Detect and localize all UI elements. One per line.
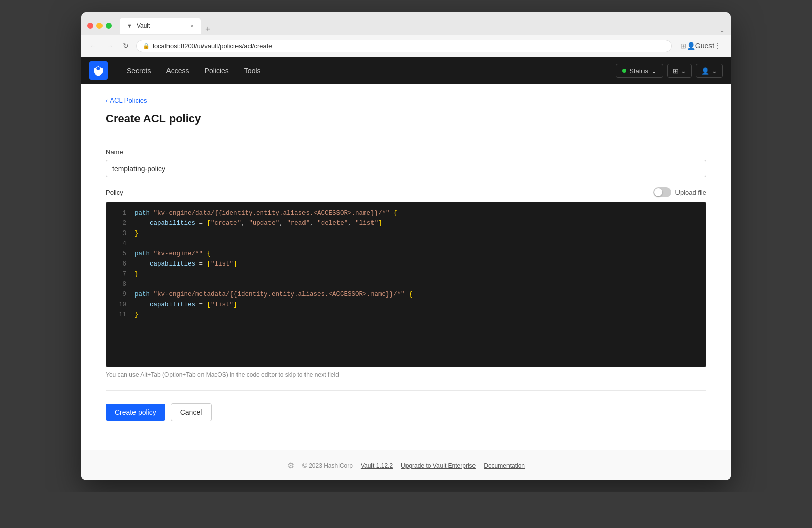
tab-bar: ▼ Vault × + ⌄	[120, 18, 725, 34]
active-tab[interactable]: ▼ Vault ×	[120, 18, 201, 34]
policy-section: Policy Upload file 1 path "kv-engine/dat…	[106, 187, 706, 378]
policy-header: Policy Upload file	[106, 187, 706, 197]
toggle-switch[interactable]	[653, 187, 671, 197]
code-line-4: 4	[106, 239, 706, 249]
reload-button[interactable]: ↻	[120, 40, 132, 52]
nav-secrets[interactable]: Secrets	[120, 63, 158, 78]
line-num-7: 7	[114, 269, 126, 279]
upload-toggle-label: Upload file	[675, 189, 706, 196]
code-line-3: 3 }	[106, 228, 706, 239]
policy-label: Policy	[106, 189, 123, 196]
nav-user-button[interactable]: 👤 ⌄	[696, 64, 723, 78]
line-num-10: 10	[114, 300, 126, 310]
display-icon: ⊞	[673, 67, 679, 75]
vault-logo-icon	[93, 65, 104, 76]
code-line-6: 6 capabilities = ["list"]	[106, 259, 706, 269]
line-content-7: }	[134, 269, 139, 279]
line-content-10: capabilities = ["list"]	[134, 300, 238, 310]
line-num-9: 9	[114, 289, 126, 300]
footer-upgrade-link[interactable]: Upgrade to Vault Enterprise	[401, 462, 476, 469]
vault-nav-links: Secrets Access Policies Tools	[120, 63, 616, 78]
breadcrumb[interactable]: ‹ ACL Policies	[106, 96, 147, 104]
minimize-button[interactable]	[96, 23, 103, 29]
user-nav-chevron: ⌄	[712, 67, 717, 75]
code-line-2: 2 capabilities = ["create", "update", "r…	[106, 218, 706, 228]
line-num-8: 8	[114, 279, 126, 289]
vault-nav-right: Status ⌄ ⊞ ⌄ 👤 ⌄	[616, 64, 723, 78]
code-line-10: 10 capabilities = ["list"]	[106, 300, 706, 310]
name-field-group: Name	[106, 148, 706, 177]
tab-close-button[interactable]: ×	[191, 23, 194, 29]
line-content-1: path "kv-engine/data/{{identity.entity.a…	[134, 208, 397, 218]
nav-policies[interactable]: Policies	[197, 63, 236, 78]
code-line-8: 8	[106, 279, 706, 289]
line-content-6: capabilities = ["list"]	[134, 259, 238, 269]
lock-icon: 🔒	[143, 43, 150, 49]
code-line-1: 1 path "kv-engine/data/{{identity.entity…	[106, 208, 706, 218]
breadcrumb-label: ACL Policies	[110, 96, 147, 104]
name-label: Name	[106, 148, 706, 156]
code-line-9: 9 path "kv-engine/metadata/{{identity.en…	[106, 289, 706, 300]
line-num-6: 6	[114, 259, 126, 269]
user-menu-button[interactable]: 👤 Guest	[693, 39, 707, 53]
name-input[interactable]	[106, 160, 706, 177]
form-divider	[106, 390, 706, 391]
page-title: Create ACL policy	[106, 112, 706, 136]
user-icon: 👤	[687, 42, 695, 50]
forward-button[interactable]: →	[104, 40, 116, 52]
form-actions: Create policy Cancel	[106, 403, 706, 438]
back-button[interactable]: ←	[87, 40, 99, 52]
code-editor[interactable]: 1 path "kv-engine/data/{{identity.entity…	[106, 202, 706, 367]
user-nav-icon: 👤	[701, 67, 709, 75]
hashicorp-logo: ⚙	[287, 460, 294, 470]
traffic-lights	[87, 23, 112, 29]
line-content-3: }	[134, 228, 139, 239]
code-line-11: 11 }	[106, 310, 706, 320]
new-tab-button[interactable]: +	[201, 25, 215, 34]
tab-title: Vault	[137, 22, 150, 29]
footer-version-link[interactable]: Vault 1.12.2	[361, 462, 393, 469]
line-num-5: 5	[114, 249, 126, 259]
code-line-5: 5 path "kv-engine/*" {	[106, 249, 706, 259]
status-indicator	[622, 69, 626, 73]
toolbar-right: ⊞ 👤 Guest ⋮	[676, 39, 725, 53]
footer-docs-link[interactable]: Documentation	[484, 462, 525, 469]
fullscreen-button[interactable]	[106, 23, 112, 29]
status-label: Status	[629, 67, 648, 75]
line-content-9: path "kv-engine/metadata/{{identity.enti…	[134, 289, 413, 300]
close-button[interactable]	[87, 23, 93, 29]
line-num-4: 4	[114, 239, 126, 249]
toggle-knob	[654, 188, 662, 196]
browser-toolbar: ← → ↻ 🔒 localhost:8200/ui/vault/policies…	[81, 35, 731, 57]
line-num-3: 3	[114, 228, 126, 239]
line-content-2: capabilities = ["create", "update", "rea…	[134, 218, 382, 228]
nav-tools[interactable]: Tools	[237, 63, 268, 78]
line-num-2: 2	[114, 218, 126, 228]
vault-navbar: Secrets Access Policies Tools Status ⌄ ⊞…	[81, 57, 731, 84]
footer-copyright: © 2023 HashiCorp	[302, 462, 353, 469]
status-chevron: ⌄	[651, 67, 657, 75]
address-bar[interactable]: 🔒 localhost:8200/ui/vault/policies/acl/c…	[136, 40, 672, 52]
line-num-1: 1	[114, 208, 126, 218]
line-content-11: }	[134, 310, 139, 320]
line-content-5: path "kv-engine/*" {	[134, 249, 211, 259]
cancel-button[interactable]: Cancel	[171, 403, 212, 421]
vault-logo[interactable]	[89, 61, 108, 80]
editor-hint: You can use Alt+Tab (Option+Tab on MacOS…	[106, 371, 706, 378]
browser-menu-button[interactable]: ⋮	[710, 39, 725, 53]
display-chevron: ⌄	[681, 67, 686, 75]
app-container: Secrets Access Policies Tools Status ⌄ ⊞…	[81, 57, 731, 480]
create-policy-button[interactable]: Create policy	[106, 404, 165, 421]
breadcrumb-chevron: ‹	[106, 96, 108, 104]
url-text: localhost:8200/ui/vault/policies/acl/cre…	[153, 42, 273, 50]
app-footer: ⚙ © 2023 HashiCorp Vault 1.12.2 Upgrade …	[81, 450, 731, 480]
vault-tab-icon: ▼	[127, 23, 132, 29]
nav-access[interactable]: Access	[159, 63, 196, 78]
status-badge[interactable]: Status ⌄	[616, 64, 663, 78]
upload-file-toggle[interactable]: Upload file	[653, 187, 706, 197]
line-num-11: 11	[114, 310, 126, 320]
code-line-7: 7 }	[106, 269, 706, 279]
page-content: ‹ ACL Policies Create ACL policy Name Po…	[81, 84, 731, 450]
nav-display-button[interactable]: ⊞ ⌄	[667, 64, 692, 78]
tab-dropdown[interactable]: ⌄	[720, 27, 725, 34]
